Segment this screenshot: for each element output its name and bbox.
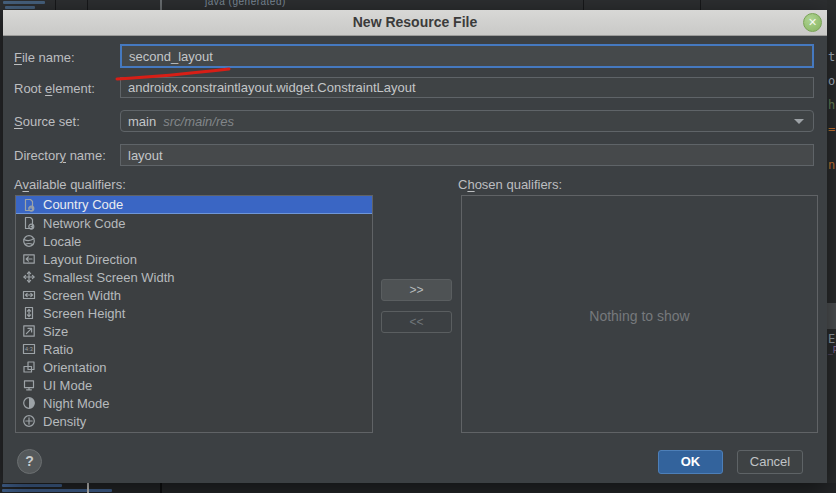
directory-name-value: layout xyxy=(128,148,163,163)
list-item-label: Network Code xyxy=(43,216,125,231)
editor-text-fragment: n xyxy=(828,158,835,172)
list-item[interactable]: Layout Direction xyxy=(16,250,372,268)
chevron-down-icon[interactable] xyxy=(794,119,804,124)
list-item[interactable]: Screen Height xyxy=(16,304,372,322)
scrollbar[interactable] xyxy=(827,303,836,329)
editor-text-fragment: h xyxy=(828,98,835,112)
divider xyxy=(160,0,162,10)
available-qualifiers-list[interactable]: Country CodeNetwork CodeLocaleLayout Dir… xyxy=(15,195,373,433)
editor-text-fragment: o xyxy=(828,74,835,88)
add-qualifier-button[interactable]: >> xyxy=(381,279,452,301)
ratio-icon: 4:3 xyxy=(22,342,36,356)
list-item-label: Size xyxy=(43,324,68,339)
root-element-label: Root element: xyxy=(14,81,95,96)
editor-text-fragment: _P xyxy=(828,346,836,355)
dialog-title: New Resource File xyxy=(3,14,827,30)
directory-name-label: Directory name: xyxy=(14,148,106,163)
empty-state-text: Nothing to show xyxy=(462,308,817,324)
density-icon xyxy=(22,414,36,428)
breadcrumb: java (generated) xyxy=(205,0,286,7)
ok-button[interactable]: OK xyxy=(658,450,723,474)
list-item[interactable]: Orientation xyxy=(16,358,372,376)
new-resource-file-dialog: New Resource File ✕ File name: second_la… xyxy=(3,10,827,483)
orientation-icon xyxy=(22,360,36,374)
background-text-fragment xyxy=(5,6,35,9)
list-item[interactable]: Screen Width xyxy=(16,286,372,304)
list-item-label: Screen Width xyxy=(43,288,121,303)
ui-mode-icon xyxy=(22,378,36,392)
divider xyxy=(160,483,162,493)
root-element-input[interactable]: androidx.constraintlayout.widget.Constra… xyxy=(120,77,814,98)
layout-direction-icon xyxy=(22,252,36,266)
dialog-titlebar[interactable]: New Resource File ✕ xyxy=(3,10,827,36)
editor-text-fragment: t xyxy=(828,50,835,64)
list-item-label: Night Mode xyxy=(43,396,109,411)
divider xyxy=(55,0,56,10)
divider xyxy=(87,0,88,10)
remove-qualifier-button: << xyxy=(381,311,452,333)
country-code-icon xyxy=(22,198,36,212)
close-icon[interactable]: ✕ xyxy=(803,13,822,32)
list-item[interactable]: Density xyxy=(16,412,372,430)
locale-icon xyxy=(22,234,36,248)
source-set-value: main xyxy=(128,114,156,129)
list-item-label: Screen Height xyxy=(43,306,125,321)
screen-height-icon xyxy=(22,306,36,320)
root-element-value: androidx.constraintlayout.widget.Constra… xyxy=(128,80,416,95)
editor-text-fragment: E xyxy=(828,332,835,346)
chosen-qualifiers-label: Chosen qualifiers: xyxy=(458,177,562,192)
divider xyxy=(87,483,89,493)
background-text-fragment xyxy=(3,1,45,4)
list-item[interactable]: 4:3Ratio xyxy=(16,340,372,358)
list-item-label: Smallest Screen Width xyxy=(43,270,175,285)
list-item[interactable]: Night Mode xyxy=(16,394,372,412)
list-item[interactable]: Smallest Screen Width xyxy=(16,268,372,286)
file-name-input[interactable]: second_layout xyxy=(120,44,814,68)
list-item[interactable]: Size xyxy=(16,322,372,340)
background-ide-top-strip: java (generated) xyxy=(0,0,836,10)
list-item[interactable]: Locale xyxy=(16,232,372,250)
available-qualifiers-label: Available qualifiers: xyxy=(14,177,126,192)
chosen-qualifiers-panel[interactable]: Nothing to show xyxy=(461,195,818,433)
screen-width-icon xyxy=(22,288,36,302)
background-editor-strip: toh=nE_P xyxy=(827,0,836,493)
list-item-label: Country Code xyxy=(43,197,123,212)
list-item[interactable]: Network Code xyxy=(16,214,372,232)
source-set-path: src/main/res xyxy=(163,114,234,129)
list-item-label: Orientation xyxy=(43,360,107,375)
list-item-label: Layout Direction xyxy=(43,252,137,267)
editor-text-fragment: = xyxy=(828,122,835,136)
list-item-label: Ratio xyxy=(43,342,73,357)
help-button[interactable]: ? xyxy=(17,449,42,474)
list-item-label: UI Mode xyxy=(43,378,92,393)
size-icon xyxy=(22,324,36,338)
network-code-icon xyxy=(22,216,36,230)
list-item[interactable]: Country Code xyxy=(16,196,372,214)
source-set-label: Source set: xyxy=(14,114,80,129)
svg-text:4:3: 4:3 xyxy=(25,346,33,352)
list-item[interactable]: UI Mode xyxy=(16,376,372,394)
divider xyxy=(700,0,701,10)
smallest-screen-width-icon xyxy=(22,270,36,284)
cancel-button[interactable]: Cancel xyxy=(737,450,803,474)
file-name-value: second_layout xyxy=(129,49,213,64)
dialog-body: File name: second_layout Root element: a… xyxy=(3,36,827,483)
night-mode-icon xyxy=(22,396,36,410)
divider xyxy=(583,0,584,10)
list-item-label: Locale xyxy=(43,234,81,249)
file-name-label: File name: xyxy=(14,50,75,65)
background-text-fragment xyxy=(2,489,112,492)
background-ide-bottom-strip xyxy=(0,483,836,493)
list-item-label: Density xyxy=(43,414,86,429)
directory-name-input[interactable]: layout xyxy=(120,144,814,166)
background-text-fragment xyxy=(2,484,62,487)
source-set-combobox[interactable]: main src/main/res xyxy=(120,110,814,132)
